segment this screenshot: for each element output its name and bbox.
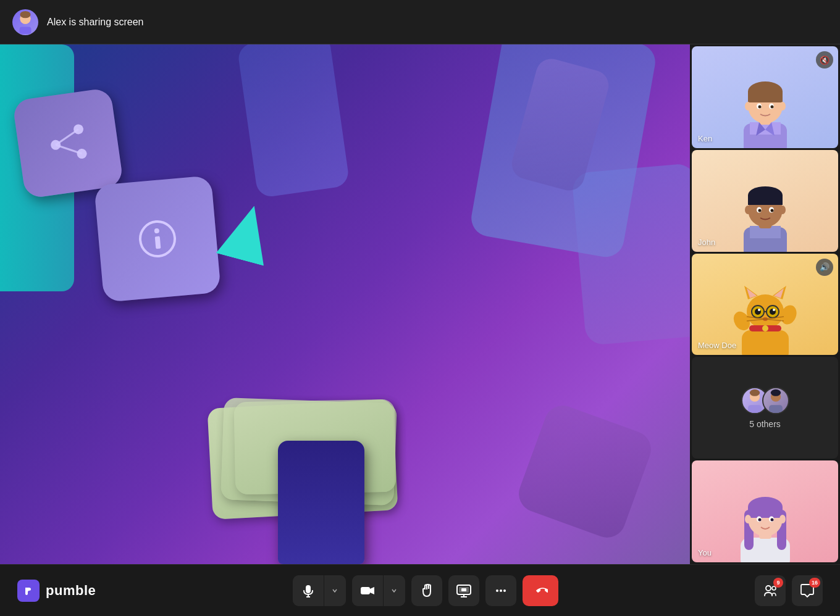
svg-rect-83: [361, 587, 370, 594]
bg-purple-shape: [514, 401, 657, 543]
brand-name: pumble: [46, 583, 96, 599]
sharing-status-text: Alex is sharing screen: [47, 17, 144, 28]
raise-hand-button[interactable]: [411, 575, 442, 606]
mic-dropdown-button[interactable]: [324, 575, 346, 606]
svg-point-21: [770, 105, 773, 108]
participant-tile-meow: 🔊 Meow Doe: [692, 254, 838, 356]
svg-line-7: [54, 129, 80, 144]
svg-point-34: [758, 209, 761, 212]
svg-point-59: [762, 325, 768, 331]
svg-rect-88: [461, 588, 466, 591]
screen-share-visual: [0, 44, 690, 564]
svg-point-36: [745, 206, 751, 214]
avatar: [12, 9, 38, 35]
svg-point-6: [77, 148, 88, 159]
svg-point-3: [20, 10, 30, 17]
dark-folder: [278, 441, 364, 564]
participant-name-meow: Meow Doe: [698, 341, 736, 350]
side-panel: 🔇 Ken: [690, 44, 840, 564]
main-content: 🔇 Ken: [0, 44, 840, 564]
svg-point-4: [73, 123, 84, 135]
svg-rect-72: [748, 507, 783, 518]
brand: pumble: [17, 580, 96, 602]
toolbar-controls: [293, 575, 558, 606]
svg-point-92: [766, 586, 771, 591]
svg-point-50: [758, 309, 760, 311]
others-avatar-2: [762, 387, 789, 414]
svg-point-37: [779, 206, 786, 214]
svg-point-22: [745, 102, 751, 110]
bottom-toolbar: pumble: [0, 564, 840, 616]
speaking-badge-meow: 🔊: [816, 259, 833, 276]
svg-rect-11: [154, 236, 161, 249]
mute-badge-ken: 🔇: [816, 51, 833, 69]
svg-point-89: [496, 589, 498, 592]
svg-point-23: [779, 102, 786, 110]
toolbar-right: 9 16: [755, 575, 823, 606]
participants-button[interactable]: 9: [755, 575, 786, 606]
svg-point-76: [770, 518, 773, 521]
svg-point-90: [500, 589, 502, 592]
svg-point-62: [749, 389, 759, 396]
mic-control-group: [293, 575, 346, 606]
svg-point-65: [770, 389, 780, 396]
svg-point-75: [758, 518, 761, 521]
bg-shape-2: [571, 163, 690, 346]
participant-tile-john: John: [692, 150, 838, 252]
more-options-button[interactable]: [485, 575, 516, 606]
svg-rect-17: [748, 91, 783, 102]
participants-badge: 9: [773, 578, 783, 588]
svg-rect-64: [769, 405, 783, 413]
others-avatars: [741, 387, 789, 414]
teal-shape: [216, 199, 279, 266]
svg-rect-80: [306, 585, 311, 593]
svg-point-77: [745, 515, 751, 523]
participant-name-you: You: [698, 548, 712, 557]
svg-point-10: [154, 228, 159, 233]
participant-name-ken: Ken: [698, 134, 712, 143]
screen-share-button[interactable]: [448, 575, 479, 606]
svg-point-78: [779, 515, 786, 523]
participant-tile-others: 5 others: [692, 357, 838, 459]
camera-control-group: [352, 575, 405, 606]
svg-point-35: [770, 209, 773, 212]
brand-logo: [17, 580, 40, 602]
screen-share-area: [0, 44, 690, 564]
svg-point-91: [503, 589, 506, 592]
mic-button[interactable]: [293, 575, 324, 606]
participant-tile-you: You: [692, 460, 838, 562]
svg-point-20: [758, 105, 761, 108]
end-call-button[interactable]: [523, 575, 558, 606]
svg-rect-1: [20, 27, 32, 33]
participant-name-john: John: [698, 238, 715, 247]
bg-chair-2: [237, 44, 350, 198]
top-bar: Alex is sharing screen: [0, 0, 840, 44]
share-card: [12, 88, 124, 199]
chat-badge: 16: [809, 578, 820, 588]
camera-button[interactable]: [352, 575, 383, 606]
info-card: [94, 175, 221, 302]
svg-point-51: [773, 309, 775, 311]
svg-rect-61: [748, 405, 762, 413]
chat-button[interactable]: 16: [792, 575, 823, 606]
svg-rect-31: [748, 195, 783, 205]
svg-rect-38: [742, 330, 789, 355]
others-count: 5 others: [749, 419, 781, 429]
participant-tile-ken: 🔇 Ken: [692, 46, 838, 148]
camera-dropdown-button[interactable]: [383, 575, 405, 606]
